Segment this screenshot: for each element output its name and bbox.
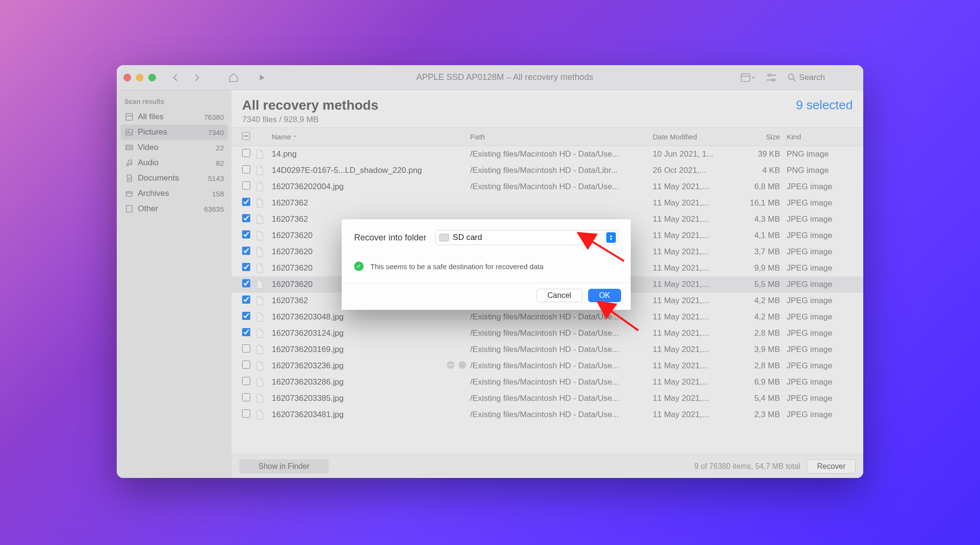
table-row[interactable]: 1620736203169.jpg /Existing files/Macint… xyxy=(232,341,863,358)
sidebar-item-documents[interactable]: Documents 5143 xyxy=(121,170,228,186)
search-field[interactable] xyxy=(788,73,857,82)
file-icon xyxy=(256,410,270,420)
row-checkbox[interactable] xyxy=(242,312,250,320)
info-icon[interactable] xyxy=(458,361,467,372)
table-row[interactable]: 1620736203481.jpg /Existing files/Macint… xyxy=(232,407,863,423)
sidebar-item-count: 22 xyxy=(216,144,224,152)
row-checkbox[interactable] xyxy=(242,361,250,369)
file-size: 5,4 MB xyxy=(734,394,787,403)
fullscreen-window-icon[interactable] xyxy=(148,74,156,81)
video-icon xyxy=(124,143,134,152)
show-in-finder-button[interactable]: Show in Finder xyxy=(239,459,329,474)
file-kind: JPEG image xyxy=(787,263,858,273)
row-checkbox[interactable] xyxy=(242,263,250,271)
forward-button[interactable] xyxy=(189,70,205,85)
sidebar-item-other[interactable]: Other 63635 xyxy=(121,201,228,216)
file-name: 1620736203385.jpg xyxy=(270,394,470,403)
sidebar-item-video[interactable]: Video 22 xyxy=(121,140,228,155)
minimize-window-icon[interactable] xyxy=(136,74,144,81)
file-icon xyxy=(256,280,270,289)
row-checkbox[interactable] xyxy=(242,149,250,157)
file-size: 16,1 MB xyxy=(734,198,787,208)
table-row[interactable]: 14.png /Existing files/Macintosh HD - Da… xyxy=(232,146,863,162)
file-size: 4,2 MB xyxy=(734,296,787,306)
back-button[interactable] xyxy=(167,70,183,85)
table-row[interactable]: 1620736203385.jpg /Existing files/Macint… xyxy=(232,390,863,407)
annotation-arrow-icon xyxy=(587,237,625,262)
row-checkbox[interactable] xyxy=(242,393,250,401)
other-icon xyxy=(124,204,134,214)
row-checkbox[interactable] xyxy=(242,328,250,336)
file-kind: JPEG image xyxy=(787,312,858,322)
table-row[interactable]: 1620736203048.jpg /Existing files/Macint… xyxy=(232,309,863,325)
sidebar-item-count: 82 xyxy=(216,159,224,167)
file-icon xyxy=(256,345,270,354)
table-row[interactable]: 14D0297E-0167-5...LD_shadow_220.png /Exi… xyxy=(232,162,863,179)
window-title: APPLE SSD AP0128M – All recovery methods xyxy=(277,72,733,82)
column-name[interactable]: Name⌃ xyxy=(270,133,470,141)
table-row[interactable]: 16207362 11 May 2021,... 16,1 MB JPEG im… xyxy=(232,195,863,211)
sidebar-item-archives[interactable]: Archives 158 xyxy=(121,186,228,201)
preview-icon[interactable] xyxy=(446,361,455,372)
row-checkbox[interactable] xyxy=(242,182,250,190)
svg-point-16 xyxy=(130,163,132,165)
row-checkbox[interactable] xyxy=(242,214,250,222)
file-date: 11 May 2021,... xyxy=(653,410,734,420)
row-checkbox[interactable] xyxy=(242,165,250,173)
file-kind: PNG image xyxy=(787,149,858,159)
sidebar-item-label: Pictures xyxy=(138,127,167,137)
sidebar-item-count: 63635 xyxy=(204,205,224,213)
table-header: Name⌃ Path Date Modified Size Kind xyxy=(232,127,863,146)
file-kind: JPEG image xyxy=(787,296,858,306)
row-checkbox[interactable] xyxy=(242,295,250,304)
svg-point-25 xyxy=(450,364,452,366)
sidebar-item-label: Audio xyxy=(138,158,158,168)
column-size[interactable]: Size xyxy=(734,133,787,141)
select-all-checkbox[interactable] xyxy=(236,132,256,142)
view-mode-dropdown[interactable] xyxy=(740,70,755,85)
file-size: 4,2 MB xyxy=(734,312,787,322)
file-kind: JPEG image xyxy=(787,280,858,289)
recover-button[interactable]: Recover xyxy=(807,459,856,474)
row-checkbox[interactable] xyxy=(242,247,250,255)
row-checkbox[interactable] xyxy=(242,198,250,206)
file-icon xyxy=(256,247,270,257)
row-checkbox[interactable] xyxy=(242,344,250,352)
settings-icon[interactable] xyxy=(764,70,779,85)
svg-line-28 xyxy=(609,309,638,330)
table-row[interactable]: 1620736203236.jpg /Existing files/Macint… xyxy=(232,358,863,374)
file-icon xyxy=(256,231,270,240)
column-kind[interactable]: Kind xyxy=(787,133,858,141)
row-checkbox[interactable] xyxy=(242,279,250,287)
file-kind: PNG image xyxy=(787,166,858,175)
pictures-icon xyxy=(124,127,134,137)
home-icon[interactable] xyxy=(226,70,241,85)
sidebar-header: Scan results xyxy=(121,95,228,109)
footer-bar: Show in Finder 9 of 76380 items, 54,7 MB… xyxy=(232,454,863,478)
sidebar-item-all-files[interactable]: All files 76380 xyxy=(121,109,228,125)
file-path: /Existing files/Macintosh HD - Data/Use.… xyxy=(470,361,653,371)
row-checkbox[interactable] xyxy=(242,377,250,385)
table-row[interactable]: 1620736203286.jpg /Existing files/Macint… xyxy=(232,374,863,390)
file-date: 11 May 2021,... xyxy=(653,296,734,306)
search-input[interactable] xyxy=(799,73,857,82)
row-checkbox[interactable] xyxy=(242,230,250,238)
ok-button[interactable]: OK xyxy=(588,289,621,302)
cancel-button[interactable]: Cancel xyxy=(536,289,582,302)
sidebar-item-pictures[interactable]: Pictures 7340 xyxy=(121,125,228,140)
selected-count[interactable]: 9 selected xyxy=(796,98,853,113)
play-icon[interactable] xyxy=(255,70,270,85)
close-window-icon[interactable] xyxy=(123,74,131,81)
row-checkbox[interactable] xyxy=(242,409,250,418)
table-row[interactable]: 1620736202004.jpg /Existing files/Macint… xyxy=(232,179,863,195)
file-name: 1620736203286.jpg xyxy=(270,377,470,387)
file-kind: JPEG image xyxy=(787,215,858,224)
file-kind: JPEG image xyxy=(787,329,858,338)
file-kind: JPEG image xyxy=(787,247,858,257)
file-path: /Existing files/Macintosh HD - Data/Use.… xyxy=(470,182,653,192)
file-date: 11 May 2021,... xyxy=(653,231,734,240)
column-date[interactable]: Date Modified xyxy=(653,133,734,141)
table-row[interactable]: 1620736203124.jpg /Existing files/Macint… xyxy=(232,325,863,341)
sidebar-item-audio[interactable]: Audio 82 xyxy=(121,155,228,170)
column-path[interactable]: Path xyxy=(470,133,653,141)
